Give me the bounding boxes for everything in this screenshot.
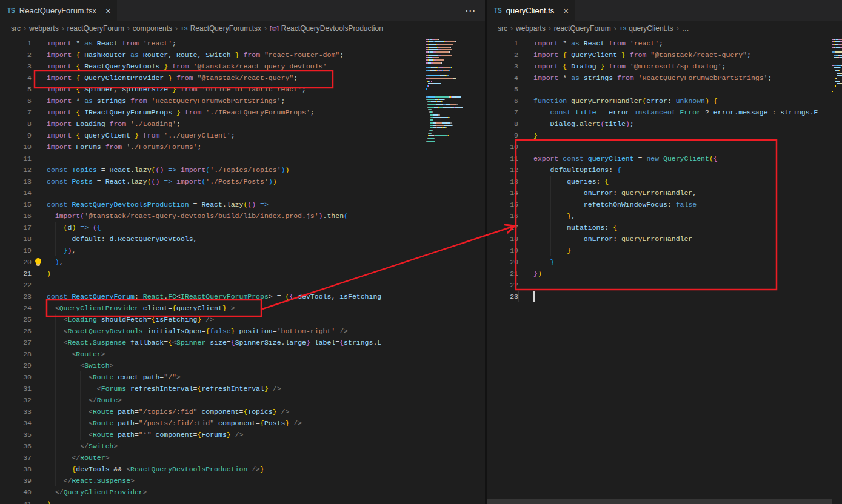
- line-number[interactable]: 29: [0, 360, 32, 371]
- code-line[interactable]: 12 defaultOptions: {: [487, 164, 842, 176]
- line-number[interactable]: 16: [0, 210, 32, 222]
- line-number[interactable]: 39: [0, 475, 32, 486]
- minimap-left[interactable]: [426, 36, 463, 504]
- line-number[interactable]: 25: [0, 314, 32, 325]
- horizontal-scrollbar[interactable]: [487, 499, 832, 504]
- code-line[interactable]: 10import Forums from './Forums/Forums';: [0, 141, 485, 153]
- code-line[interactable]: 6import * as strings from 'ReactQueryFor…: [0, 95, 485, 107]
- code-line[interactable]: 17 (d) => ({: [0, 222, 485, 233]
- code-line[interactable]: 38 {devTools && <ReactQueryDevtoolsProdu…: [0, 463, 485, 475]
- code-line[interactable]: 1import * as React from 'react';: [487, 38, 842, 49]
- code-line[interactable]: 17 mutations: {: [487, 222, 842, 233]
- line-number[interactable]: 16: [487, 210, 518, 222]
- code-line[interactable]: 8 Dialog.alert(title);: [487, 118, 842, 130]
- line-number[interactable]: 11: [0, 153, 32, 164]
- line-number[interactable]: 40: [0, 486, 32, 498]
- code-line[interactable]: 7import { IReactQueryForumProps } from '…: [0, 107, 485, 118]
- line-number[interactable]: 13: [0, 176, 32, 187]
- code-line[interactable]: 20 ),: [0, 256, 485, 268]
- line-number[interactable]: 18: [487, 233, 518, 245]
- code-line[interactable]: 29 <Switch>: [0, 360, 485, 371]
- code-line[interactable]: 40 </QueryClientProvider>: [0, 486, 485, 498]
- breadcrumb-item[interactable]: reactQueryForum: [554, 24, 611, 33]
- code-line[interactable]: 25 <Loading shouldFetch={isFetching} />: [0, 314, 485, 325]
- line-number[interactable]: 30: [0, 371, 32, 383]
- minimap-right[interactable]: [832, 36, 842, 504]
- code-area-left[interactable]: 1import * as React from 'react';2import …: [0, 38, 485, 504]
- code-line[interactable]: 11export const queryClient = new QueryCl…: [487, 153, 842, 164]
- line-number[interactable]: 33: [0, 406, 32, 417]
- code-line[interactable]: 4import { QueryClientProvider } from "@t…: [0, 72, 485, 84]
- code-line[interactable]: 3import { Dialog } from '@microsoft/sp-d…: [487, 61, 842, 72]
- code-line[interactable]: 31 <Forums refreshInterval={refreshInter…: [0, 383, 485, 394]
- code-line[interactable]: 39 </React.Suspense>: [0, 475, 485, 486]
- code-line[interactable]: 12const Topics = React.lazy(() => import…: [0, 164, 485, 176]
- line-number[interactable]: 18: [0, 233, 32, 245]
- code-area-right[interactable]: 1import * as React from 'react';2import …: [487, 38, 842, 302]
- code-line[interactable]: 20 }: [487, 256, 842, 268]
- line-number[interactable]: 31: [0, 383, 32, 394]
- close-tab-icon[interactable]: ×: [105, 6, 111, 15]
- close-tab-icon[interactable]: ×: [563, 6, 569, 15]
- tab-queryclient[interactable]: TS queryClient.ts ×: [487, 0, 575, 21]
- code-line[interactable]: 13const Posts = React.lazy(() => import(…: [0, 176, 485, 187]
- breadcrumb-item[interactable]: …: [682, 24, 689, 33]
- breadcrumb-item[interactable]: webparts: [516, 24, 546, 33]
- code-line[interactable]: 10: [487, 141, 842, 153]
- line-number[interactable]: 6: [487, 95, 518, 107]
- breadcrumb-item[interactable]: src: [11, 24, 21, 33]
- line-number[interactable]: 37: [0, 452, 32, 463]
- code-line[interactable]: 16 },: [487, 210, 842, 222]
- code-line[interactable]: 15const ReactQueryDevtoolsProduction = R…: [0, 199, 485, 210]
- line-number[interactable]: 12: [487, 164, 518, 176]
- code-line[interactable]: 34 <Route path="/posts/:fid/:tid" compon…: [0, 417, 485, 429]
- line-number[interactable]: 3: [487, 61, 518, 72]
- line-number[interactable]: 13: [487, 176, 518, 187]
- code-line[interactable]: 21}): [487, 268, 842, 279]
- line-number[interactable]: 36: [0, 440, 32, 452]
- line-number[interactable]: 20: [487, 256, 518, 268]
- code-line[interactable]: 23const ReactQueryForum: React.FC<IReact…: [0, 291, 485, 302]
- breadcrumb-item[interactable]: TSqueryClient.ts: [620, 24, 673, 33]
- line-number[interactable]: 1: [0, 38, 32, 49]
- code-line[interactable]: 13 queries: {: [487, 176, 842, 187]
- line-number[interactable]: 20: [0, 256, 32, 268]
- code-line[interactable]: 2import { QueryClient } from "@tanstack/…: [487, 49, 842, 61]
- line-number[interactable]: 22: [0, 279, 32, 291]
- line-number[interactable]: 35: [0, 429, 32, 440]
- code-line[interactable]: 15 refetchOnWindowFocus: false: [487, 199, 842, 210]
- code-line[interactable]: 19 }: [487, 245, 842, 256]
- code-line[interactable]: 33 <Route path="/topics/:fid" component=…: [0, 406, 485, 417]
- code-line[interactable]: 23: [487, 291, 842, 302]
- code-line[interactable]: 36 </Switch>: [0, 440, 485, 452]
- line-number[interactable]: 17: [0, 222, 32, 233]
- line-number[interactable]: 17: [487, 222, 518, 233]
- line-number[interactable]: 15: [0, 199, 32, 210]
- code-line[interactable]: 21): [0, 268, 485, 279]
- line-number[interactable]: 7: [0, 107, 32, 118]
- line-number[interactable]: 14: [0, 187, 32, 199]
- tab-reactqueryforum[interactable]: TS ReactQueryForum.tsx ×: [0, 0, 117, 21]
- code-line[interactable]: 1import * as React from 'react';: [0, 38, 485, 49]
- code-line[interactable]: 30 <Route exact path="/">: [0, 371, 485, 383]
- code-line[interactable]: 14: [0, 187, 485, 199]
- line-number[interactable]: 23: [487, 291, 518, 302]
- line-number[interactable]: 24: [0, 302, 32, 314]
- code-line[interactable]: 3import { ReactQueryDevtools } from '@ta…: [0, 61, 485, 72]
- line-number[interactable]: 21: [487, 268, 518, 279]
- line-number[interactable]: 8: [487, 118, 518, 130]
- breadcrumb-item[interactable]: src: [498, 24, 507, 33]
- code-line[interactable]: 18 onError: queryErrorHandler: [487, 233, 842, 245]
- code-line[interactable]: 18 default: d.ReactQueryDevtools,: [0, 233, 485, 245]
- code-line[interactable]: 28 <Router>: [0, 348, 485, 360]
- line-number[interactable]: 7: [487, 107, 518, 118]
- code-line[interactable]: 7 const title = error instanceof Error ?…: [487, 107, 842, 118]
- code-line[interactable]: 9}: [487, 130, 842, 141]
- code-line[interactable]: 16 import('@tanstack/react-query-devtool…: [0, 210, 485, 222]
- code-line[interactable]: 5: [487, 84, 842, 95]
- code-line[interactable]: 2import { HashRouter as Router, Route, S…: [0, 49, 485, 61]
- line-number[interactable]: 27: [0, 337, 32, 348]
- line-number[interactable]: 41: [0, 498, 32, 504]
- line-number[interactable]: 22: [487, 279, 518, 291]
- code-line[interactable]: 26 <ReactQueryDevtools initialIsOpen={fa…: [0, 325, 485, 337]
